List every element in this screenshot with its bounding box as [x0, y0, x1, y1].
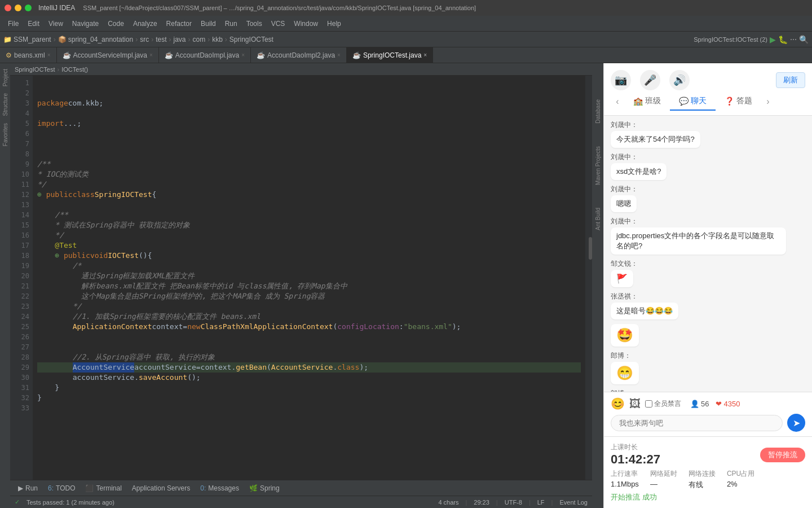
- code-line-12: ⊕ public class SpringIOCTest {: [37, 190, 581, 200]
- status-position: 29:23: [474, 499, 489, 506]
- main-area: Project Structure Favorites SpringIOCTes…: [0, 63, 812, 508]
- maximize-button[interactable]: [25, 5, 32, 11]
- msg-7: 🤩: [611, 324, 805, 347]
- menu-item-tools[interactable]: Tools: [243, 19, 266, 29]
- scrollbar-gutter[interactable]: [585, 76, 592, 480]
- speaker-button[interactable]: 🔊: [669, 70, 690, 90]
- close-button[interactable]: [5, 5, 11, 11]
- tab-accountdaoimpl[interactable]: ☕ AccountDaoImpl.java ×: [159, 47, 251, 63]
- menu-item-help[interactable]: Help: [324, 19, 345, 29]
- tab-accountserviceimpl[interactable]: ☕ AccountServiceImpl.java ×: [57, 47, 159, 63]
- more-button[interactable]: ⋯: [790, 36, 797, 43]
- image-button[interactable]: 🖼: [629, 397, 641, 410]
- close-tab-test[interactable]: ×: [423, 52, 427, 58]
- code-line-16: */: [37, 230, 581, 240]
- user-count: 👤 56: [690, 400, 709, 408]
- close-tab-dao2[interactable]: ×: [337, 52, 341, 58]
- send-icon: ➤: [793, 418, 800, 428]
- code-line-33: [37, 403, 581, 413]
- tab-chat[interactable]: 💬 聊天: [670, 93, 716, 111]
- vertical-side-tabs: Database Maven Projects Ant Build: [592, 63, 603, 508]
- tab-springioctest[interactable]: ☕ SpringIOCTest.java ×: [347, 47, 433, 63]
- menu-item-edit[interactable]: Edit: [24, 19, 43, 29]
- chat-nav-left[interactable]: ‹: [611, 95, 624, 108]
- stat-upload: 上行速率 1.1Mbps: [611, 469, 639, 490]
- menu-item-code[interactable]: Code: [104, 19, 127, 29]
- tab-accountdaoimpl2[interactable]: ☕ AccountDaoImpl2.java ×: [251, 47, 347, 63]
- code-line-5: import ...;: [37, 119, 581, 129]
- database-tab[interactable]: Database: [595, 99, 601, 124]
- code-line-15: * 测试在Spring容器中 获取指定的对象: [37, 220, 581, 230]
- menu-item-view[interactable]: View: [45, 19, 67, 29]
- menu-item-run[interactable]: Run: [222, 19, 241, 29]
- project-label[interactable]: Project: [2, 69, 8, 86]
- timer-stop-button[interactable]: 暂停推流: [760, 448, 805, 462]
- nav-ssm-parent[interactable]: 📁 SSM_parent: [3, 36, 51, 43]
- msg-2: 刘晟中： xsd文件是啥?: [611, 152, 805, 180]
- tab-class[interactable]: 🏫 班级: [624, 93, 670, 111]
- answer-icon: ❓: [725, 97, 734, 106]
- app-name: IntelliJ IDEA: [38, 4, 75, 12]
- code-line-7: [37, 139, 581, 149]
- mic-button[interactable]: 🎤: [640, 70, 660, 90]
- timer-footer: 开始推流 成功: [611, 492, 805, 502]
- favorites-label[interactable]: Favorites: [2, 123, 8, 146]
- code-line-14: /**: [37, 210, 581, 220]
- terminal-icon: ⬛: [85, 484, 94, 492]
- refresh-button[interactable]: 刷新: [776, 72, 805, 88]
- camera-button[interactable]: 📷: [611, 70, 631, 90]
- menu-item-analyze[interactable]: Analyze: [130, 19, 161, 29]
- msg-6: 张丞祺： 这是暗号😂😂😂: [611, 292, 805, 319]
- project-breadcrumb: 📁 SSM_parent › 📦 spring_04_annotation › …: [0, 32, 812, 47]
- msg-1: 刘晟中： 今天就来了54个同学吗?: [611, 120, 805, 148]
- run-button[interactable]: ▶: [770, 35, 776, 44]
- menu-item-window[interactable]: Window: [290, 19, 321, 29]
- close-tab-beans[interactable]: ×: [47, 52, 51, 58]
- tab-answer[interactable]: ❓ 答题: [716, 93, 761, 111]
- nav-java: java: [173, 36, 186, 43]
- emoji-button[interactable]: 😊: [611, 397, 625, 410]
- stat-connection: 网络连接 有线: [689, 469, 716, 490]
- tab-messages[interactable]: 0: Messages: [196, 482, 244, 494]
- ant-build-tab[interactable]: Ant Build: [595, 208, 601, 230]
- debug-button[interactable]: 🐛: [778, 35, 788, 44]
- chat-header: 📷 🎤 🔊 刷新 ‹ 🏫 班级 💬 聊天: [604, 63, 812, 116]
- menu-item-navigate[interactable]: Navigate: [69, 19, 102, 29]
- test-result-text: Tests passed: 1 (2 minutes ago): [27, 499, 114, 506]
- chat-input[interactable]: [611, 415, 783, 431]
- event-log[interactable]: Event Log: [559, 499, 588, 506]
- search-icon[interactable]: 🔍: [799, 35, 809, 44]
- maven-tab[interactable]: Maven Projects: [595, 146, 601, 185]
- menu-item-refactor[interactable]: Refactor: [163, 19, 195, 29]
- module-icon: 📦: [58, 36, 67, 43]
- tab-app-servers[interactable]: Application Servers: [127, 482, 195, 494]
- breadcrumb-bar: SpringIOCTest › IOCTest(): [10, 63, 592, 76]
- minimize-button[interactable]: [15, 5, 21, 11]
- mute-checkbox[interactable]: [645, 400, 652, 408]
- code-line-2: [37, 88, 581, 98]
- tab-beans-xml[interactable]: ⚙ beans.xml ×: [0, 47, 57, 63]
- close-tab-dao[interactable]: ×: [241, 52, 245, 58]
- tab-spring[interactable]: 🌿 Spring: [245, 482, 284, 494]
- speaker-icon: 🔊: [669, 70, 690, 90]
- send-button[interactable]: ➤: [787, 414, 805, 432]
- nav-spring-annotation[interactable]: 📦 spring_04_annotation: [58, 36, 133, 43]
- menu-item-file[interactable]: File: [5, 19, 22, 29]
- chat-nav-right[interactable]: ›: [761, 95, 775, 108]
- run-config-label: SpringIOCTest:IOCTest (2): [694, 36, 767, 43]
- tab-terminal[interactable]: ⬛ Terminal: [81, 482, 126, 494]
- stat-latency: 网络延时 —: [650, 469, 677, 490]
- tab-todo[interactable]: 6: TODO: [43, 482, 80, 494]
- tab-run[interactable]: ▶ Run: [14, 482, 42, 494]
- timer-value: 01:42:27: [611, 452, 660, 467]
- structure-label[interactable]: Structure: [2, 93, 8, 116]
- close-tab-service[interactable]: ×: [149, 52, 153, 58]
- class-icon: 🏫: [633, 97, 643, 106]
- code-text[interactable]: package com.kkb; import ...; /** * IOC的测…: [33, 76, 585, 480]
- code-line-30: accountService.saveAccount();: [37, 373, 581, 383]
- left-sidebar: Project Structure Favorites: [0, 63, 10, 508]
- code-editor[interactable]: 12345 678910 1112131415 1617181920 21222…: [10, 76, 592, 480]
- menu-item-build[interactable]: Build: [197, 19, 219, 29]
- menu-item-vcs[interactable]: VCS: [268, 19, 289, 29]
- code-line-32: }: [37, 393, 581, 403]
